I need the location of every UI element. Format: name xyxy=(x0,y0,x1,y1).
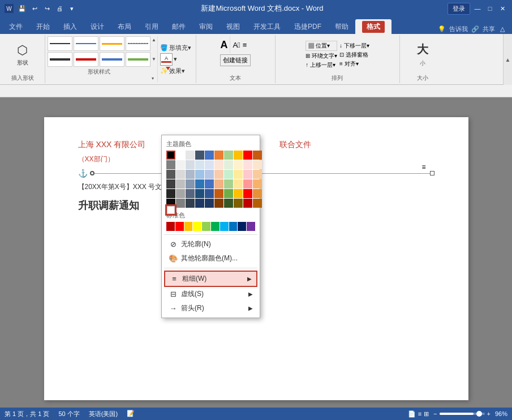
login-button[interactable]: 登录 xyxy=(448,3,470,15)
theme-color-cell[interactable] xyxy=(224,179,233,188)
standard-color-cell[interactable] xyxy=(175,222,184,231)
tab-layout[interactable]: 布局 xyxy=(111,19,138,34)
theme-color-cell[interactable] xyxy=(176,160,185,169)
theme-color-cell[interactable] xyxy=(253,160,262,169)
standard-color-cell[interactable] xyxy=(247,222,255,231)
theme-color-cell[interactable] xyxy=(253,170,262,179)
theme-color-cell[interactable] xyxy=(186,189,195,198)
theme-color-cell[interactable] xyxy=(166,151,175,160)
theme-color-cell[interactable] xyxy=(166,189,175,198)
theme-color-cell[interactable] xyxy=(205,170,214,179)
theme-color-cell[interactable] xyxy=(214,170,223,179)
theme-color-cell[interactable] xyxy=(195,189,204,198)
style-item-8[interactable] xyxy=(126,52,150,67)
ribbon-collapse-btn[interactable]: △ xyxy=(497,24,507,34)
maximize-btn[interactable]: □ xyxy=(485,3,495,14)
theme-color-cell[interactable] xyxy=(214,160,223,169)
theme-color-cell[interactable] xyxy=(176,199,185,208)
align-btn[interactable]: ≡ 对齐▾ xyxy=(339,60,369,68)
zoom-slider[interactable]: − + xyxy=(433,410,491,417)
theme-color-cell[interactable] xyxy=(234,189,243,198)
tab-xunjie[interactable]: 迅捷PDF xyxy=(287,19,328,34)
position-btn[interactable]: ▦ 位置▾ xyxy=(306,41,337,51)
print-btn[interactable]: 🖨 xyxy=(54,3,64,14)
minimize-btn[interactable]: — xyxy=(472,3,483,14)
theme-color-cell[interactable] xyxy=(176,189,185,198)
theme-color-cell[interactable] xyxy=(214,151,223,160)
theme-color-cell[interactable] xyxy=(253,199,262,208)
align-text-btn[interactable]: ≡ xyxy=(243,41,247,49)
theme-color-cell[interactable] xyxy=(243,151,252,160)
line-menu-icon[interactable]: ≡ xyxy=(421,163,425,171)
theme-color-cell[interactable] xyxy=(214,199,223,208)
shape-outline-btn[interactable]: A ▾ xyxy=(160,53,191,66)
tab-mail[interactable]: 邮件 xyxy=(165,19,192,34)
theme-color-cell[interactable] xyxy=(166,179,175,188)
theme-color-cell[interactable] xyxy=(243,160,252,169)
zoom-in-btn[interactable]: + xyxy=(487,410,491,417)
view-web-btn[interactable]: ⊞ xyxy=(424,410,429,418)
theme-color-cell[interactable] xyxy=(195,160,204,169)
style-item-5[interactable] xyxy=(48,52,72,67)
theme-color-cell[interactable] xyxy=(224,160,233,169)
arrow-item[interactable]: → 箭头(R) ▶ xyxy=(164,301,257,315)
theme-color-cell[interactable] xyxy=(176,151,185,160)
theme-color-cell[interactable] xyxy=(186,170,195,179)
undo-btn[interactable]: ↩ xyxy=(29,3,40,14)
theme-color-cell[interactable] xyxy=(214,189,223,198)
theme-color-cell[interactable] xyxy=(234,199,243,208)
line-handle-left[interactable] xyxy=(90,171,94,175)
style-item-7[interactable] xyxy=(100,52,124,67)
wrap-text-btn[interactable]: ⊞ 环绕文字▾ xyxy=(306,52,337,60)
theme-color-cell[interactable] xyxy=(243,199,252,208)
theme-color-cell[interactable] xyxy=(243,189,252,198)
tab-format[interactable]: 格式 xyxy=(355,19,391,34)
standard-color-cell[interactable] xyxy=(193,222,201,231)
zoom-out-btn[interactable]: − xyxy=(433,410,437,417)
theme-color-cell[interactable] xyxy=(195,199,204,208)
share-btn[interactable]: 🔗 xyxy=(470,24,480,34)
zoom-track[interactable] xyxy=(440,413,485,415)
tab-devtools[interactable]: 开发工具 xyxy=(247,19,287,34)
standard-color-cell[interactable] xyxy=(166,222,175,231)
standard-color-cell[interactable] xyxy=(211,222,220,231)
style-item-2[interactable] xyxy=(74,36,98,51)
style-item-1[interactable] xyxy=(48,36,72,51)
theme-color-cell[interactable] xyxy=(195,151,204,160)
theme-color-cell[interactable] xyxy=(224,189,233,198)
theme-color-cell[interactable] xyxy=(234,151,243,160)
theme-color-cell[interactable] xyxy=(166,160,175,169)
style-scroll[interactable]: ▲ ▼ ▾ xyxy=(150,36,157,82)
standard-color-cell[interactable] xyxy=(238,222,246,231)
standard-color-cell[interactable] xyxy=(229,222,238,231)
tab-references[interactable]: 引用 xyxy=(138,19,165,34)
tab-insert[interactable]: 插入 xyxy=(57,19,84,34)
shape-effect-btn[interactable]: ✨ 效果▾ xyxy=(160,67,191,75)
theme-color-cell[interactable] xyxy=(234,179,243,188)
tab-help[interactable]: 帮助 xyxy=(328,19,355,34)
standard-color-cell[interactable] xyxy=(184,222,193,231)
dash-item[interactable]: ⊟ 虚线(S) ▶ xyxy=(164,287,257,301)
select-pane-btn[interactable]: ⊡ 选择窗格 xyxy=(339,51,369,59)
style-item-6[interactable] xyxy=(74,52,98,67)
bring-forward-btn[interactable]: ↑ 上移一层▾ xyxy=(306,61,337,69)
style-item-4[interactable] xyxy=(126,36,150,51)
theme-color-cell[interactable] xyxy=(243,170,252,179)
theme-color-cell[interactable] xyxy=(186,160,195,169)
theme-color-cell[interactable] xyxy=(214,179,223,188)
standard-color-cell[interactable] xyxy=(202,222,210,231)
tab-file[interactable]: 文件 xyxy=(2,19,29,34)
theme-color-cell[interactable] xyxy=(224,199,233,208)
tab-review[interactable]: 审阅 xyxy=(192,19,220,34)
view-page-btn[interactable]: 📄 xyxy=(408,410,416,418)
tab-home[interactable]: 开始 xyxy=(29,19,57,34)
theme-color-cell[interactable] xyxy=(186,151,195,160)
tell-me-icon[interactable]: 💡 xyxy=(437,24,447,34)
theme-color-cell[interactable] xyxy=(243,179,252,188)
line-handle-right[interactable] xyxy=(430,171,434,175)
create-link-btn[interactable]: 创建链接 xyxy=(220,54,251,66)
text-box-btn[interactable]: A xyxy=(220,39,227,51)
theme-color-cell[interactable] xyxy=(205,160,214,169)
save-btn[interactable]: 💾 xyxy=(17,3,27,14)
weight-item[interactable]: ≡ 粗细(W) ▶ xyxy=(164,271,257,287)
